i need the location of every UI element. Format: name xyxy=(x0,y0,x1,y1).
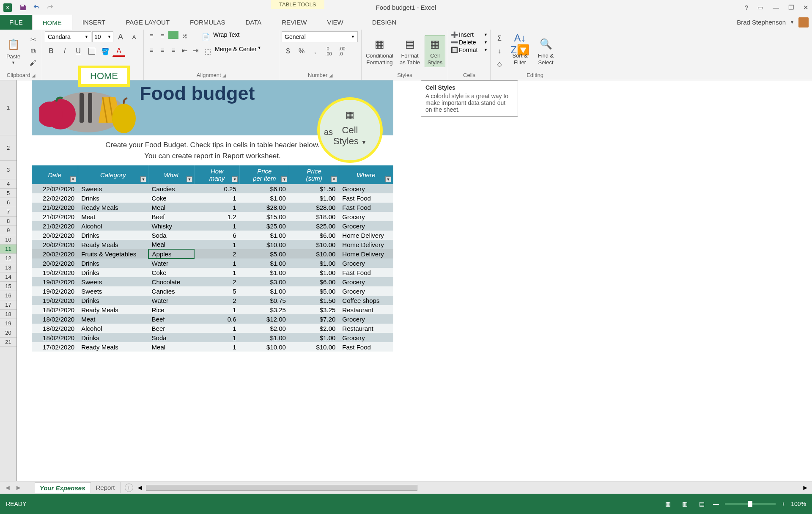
align-top-icon[interactable]: ≡ xyxy=(146,31,156,41)
zoom-slider[interactable] xyxy=(725,503,776,505)
table-cell[interactable]: Meal xyxy=(148,240,195,249)
font-name-select[interactable]: Candara▼ xyxy=(45,31,91,42)
table-row[interactable]: 17/02/2020Ready MealsMeal1$10.00$10.00Fa… xyxy=(32,342,393,352)
table-cell[interactable]: Rice xyxy=(148,305,195,314)
table-cell[interactable]: Soda xyxy=(148,333,195,342)
table-cell[interactable]: $7.20 xyxy=(289,314,339,324)
table-cell[interactable]: $15.00 xyxy=(240,212,289,221)
sheet-nav-prev-icon[interactable]: ◄ xyxy=(4,484,11,492)
table-cell[interactable]: Grocery xyxy=(339,184,393,193)
table-cell[interactable]: $0.75 xyxy=(240,296,289,305)
conditional-formatting-button[interactable]: ▦Conditional Formatting xyxy=(364,36,395,66)
page-break-view-icon[interactable]: ▤ xyxy=(696,499,707,509)
table-cell[interactable]: Ready Meals xyxy=(78,240,148,249)
fill-color-button[interactable]: 🪣 xyxy=(99,46,112,57)
restore-icon[interactable]: ❐ xyxy=(788,4,794,11)
table-cell[interactable]: Apples xyxy=(148,249,195,258)
close-icon[interactable]: ✕ xyxy=(803,4,809,11)
row-header-6[interactable]: 6 xyxy=(0,198,16,207)
page-layout-view-icon[interactable]: ▥ xyxy=(679,499,690,509)
ribbon-options-icon[interactable]: ▭ xyxy=(757,4,763,11)
table-row[interactable]: 22/02/2020SweetsCandies0.25$6.00$1.50Gro… xyxy=(32,184,393,193)
table-cell[interactable]: $1.00 xyxy=(289,258,339,268)
table-cell[interactable]: 1 xyxy=(194,342,239,352)
sheet-tab-report[interactable]: Report xyxy=(91,482,121,493)
table-cell[interactable]: 1 xyxy=(194,240,239,249)
comma-format-icon[interactable]: , xyxy=(309,46,321,57)
table-cell[interactable]: 0.6 xyxy=(194,314,239,324)
format-as-table-button[interactable]: ▤Format as Table xyxy=(398,36,422,66)
decrease-indent-icon[interactable]: ⇤ xyxy=(179,46,189,55)
table-cell[interactable]: $1.00 xyxy=(240,286,289,296)
table-cell[interactable]: Meal xyxy=(148,342,195,352)
align-middle-icon[interactable]: ≡ xyxy=(157,31,167,41)
table-cell[interactable]: $10.00 xyxy=(289,249,339,258)
table-row[interactable]: 18/02/2020AlcoholBeer1$2.00$2.00Restaura… xyxy=(32,324,393,333)
format-cells-icon[interactable]: 🔲 xyxy=(451,47,458,53)
italic-button[interactable]: I xyxy=(58,46,71,57)
table-cell[interactable]: $2.00 xyxy=(240,324,289,333)
table-row[interactable]: 18/02/2020Ready MealsRice1$3.25$3.25Rest… xyxy=(32,305,393,314)
table-cell[interactable]: 1 xyxy=(194,203,239,212)
table-row[interactable]: 21/02/2020AlcoholWhisky1$25.00$25.00Groc… xyxy=(32,221,393,231)
table-cell[interactable]: Candies xyxy=(148,286,195,296)
row-header-4[interactable]: 4 xyxy=(0,179,16,189)
table-row[interactable]: 21/02/2020Ready MealsMeal1$28.00$28.00Fa… xyxy=(32,203,393,212)
align-left-icon[interactable]: ≡ xyxy=(146,46,156,55)
sort-filter-button[interactable]: A↓Z🔽Sort & Filter xyxy=(508,36,532,66)
table-cell[interactable]: Coke xyxy=(148,193,195,203)
table-cell[interactable]: Drinks xyxy=(78,333,148,342)
increase-indent-icon[interactable]: ⇥ xyxy=(190,46,200,55)
cell-styles-button[interactable]: ▦Cell Styles xyxy=(425,35,445,67)
dialog-launcher-icon[interactable]: ◢ xyxy=(222,73,226,78)
table-cell[interactable]: 1 xyxy=(194,324,239,333)
format-painter-icon[interactable]: 🖌 xyxy=(27,58,39,69)
table-cell[interactable]: Drinks xyxy=(78,268,148,277)
table-row[interactable]: 18/02/2020DrinksSoda1$1.00$1.00Grocery xyxy=(32,333,393,342)
user-name[interactable]: Brad Stephenson xyxy=(737,19,786,26)
underline-button[interactable]: U xyxy=(72,46,85,57)
increase-font-icon[interactable]: A xyxy=(114,31,127,42)
table-row[interactable]: 21/02/2020MeatBeef1.2$15.00$18.00Grocery xyxy=(32,212,393,221)
table-cell[interactable]: $3.00 xyxy=(240,277,289,286)
redo-icon[interactable] xyxy=(45,3,55,13)
table-cell[interactable]: 18/02/2020 xyxy=(32,324,78,333)
table-cell[interactable]: Coke xyxy=(148,268,195,277)
percent-format-icon[interactable]: % xyxy=(295,46,308,57)
table-cell[interactable]: $10.00 xyxy=(240,240,289,249)
table-cell[interactable]: 1.2 xyxy=(194,212,239,221)
row-header-5[interactable]: 5 xyxy=(0,189,16,198)
table-cell[interactable]: 18/02/2020 xyxy=(32,305,78,314)
table-cell[interactable]: Sweets xyxy=(78,184,148,193)
table-cell[interactable]: 1 xyxy=(194,258,239,268)
expenses-table[interactable]: Date▼ Category▼ What▼ Howmany▼ Priceper … xyxy=(32,165,393,352)
row-header-2[interactable]: 2 xyxy=(0,135,16,161)
table-cell[interactable]: Home Delivery xyxy=(339,249,393,258)
table-cell[interactable]: Grocery xyxy=(339,221,393,231)
table-row[interactable]: 20/02/2020Ready MealsMeal1$10.00$10.00Ho… xyxy=(32,240,393,249)
table-cell[interactable]: Fast Food xyxy=(339,342,393,352)
tab-review[interactable]: REVIEW xyxy=(272,15,317,30)
table-cell[interactable]: 21/02/2020 xyxy=(32,221,78,231)
horizontal-scrollbar[interactable]: ◄ ► xyxy=(133,481,812,494)
table-cell[interactable]: $5.00 xyxy=(289,286,339,296)
table-cell[interactable]: Sweets xyxy=(78,286,148,296)
table-cell[interactable]: Fast Food xyxy=(339,193,393,203)
sheet-tab-your-expenses[interactable]: Your Expenses xyxy=(35,482,91,493)
table-cell[interactable]: $1.00 xyxy=(289,268,339,277)
normal-view-icon[interactable]: ▦ xyxy=(662,499,673,509)
table-cell[interactable]: $1.00 xyxy=(289,333,339,342)
table-row[interactable]: 19/02/2020DrinksWater2$0.75$1.50Coffee s… xyxy=(32,296,393,305)
row-header-7[interactable]: 7 xyxy=(0,207,16,217)
table-cell[interactable]: Home Delivery xyxy=(339,231,393,240)
zoom-in-button[interactable]: + xyxy=(782,500,785,507)
table-row[interactable]: 19/02/2020SweetsCandies5$1.00$5.00Grocer… xyxy=(32,286,393,296)
table-cell[interactable]: Whisky xyxy=(148,221,195,231)
table-cell[interactable]: Water xyxy=(148,296,195,305)
row-header-21[interactable]: 21 xyxy=(0,338,16,347)
table-cell[interactable]: 18/02/2020 xyxy=(32,333,78,342)
table-cell[interactable]: 22/02/2020 xyxy=(32,184,78,193)
table-cell[interactable]: Grocery xyxy=(339,286,393,296)
table-cell[interactable]: Water xyxy=(148,258,195,268)
delete-cells-button[interactable]: Delete xyxy=(459,39,476,46)
